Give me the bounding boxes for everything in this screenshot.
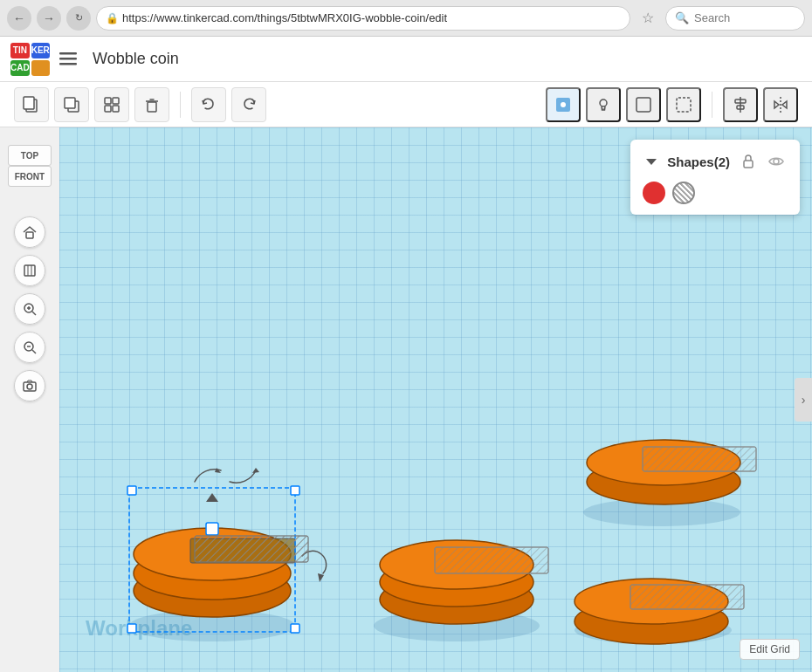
svg-rect-9 [105, 106, 111, 112]
svg-rect-8 [113, 98, 119, 104]
svg-rect-35 [127, 486, 136, 495]
url-text: https://www.tinkercad.com/things/5tbtwMR… [122, 11, 447, 24]
note-button[interactable] [546, 87, 581, 122]
back-button[interactable]: ← [7, 6, 31, 31]
view-cube[interactable]: TOP FRONT [0, 141, 60, 202]
app-title: Wobble coin [93, 50, 802, 68]
shapes-header: Shapes(2) [643, 150, 788, 173]
align-button[interactable] [723, 87, 758, 122]
main-area: Workplane Edit Grid [0, 127, 812, 672]
svg-rect-37 [127, 624, 136, 633]
svg-rect-55 [630, 585, 744, 609]
svg-rect-11 [148, 102, 156, 112]
color-red-button[interactable] [643, 182, 665, 204]
svg-marker-24 [774, 101, 779, 108]
view-cube-front[interactable]: FRONT [8, 166, 52, 187]
lock-icon: 🔒 [106, 12, 119, 24]
shapes-title: Shapes(2) [667, 154, 730, 169]
chevron-right-icon: › [802, 393, 806, 407]
search-icon: 🔍 [675, 11, 689, 24]
svg-marker-25 [782, 101, 787, 108]
shapes-dropdown-button[interactable] [643, 153, 660, 170]
toolbar-separator-2 [712, 92, 712, 118]
hamburger-button[interactable] [52, 44, 84, 75]
svg-rect-60 [26, 232, 33, 238]
svg-rect-36 [291, 486, 299, 495]
delete-button[interactable] [134, 87, 169, 122]
svg-rect-58 [744, 161, 753, 168]
left-panel: TOP FRONT [0, 127, 59, 672]
redo-button[interactable] [231, 87, 266, 122]
lock-icon-btn[interactable] [737, 150, 760, 173]
svg-rect-61 [24, 265, 35, 276]
logo-cell-tin: TIN [10, 43, 30, 58]
svg-point-72 [27, 384, 32, 389]
svg-point-59 [774, 159, 779, 164]
app-header: TIN KER CAD Wobble coin [0, 37, 812, 82]
svg-rect-19 [677, 98, 691, 112]
search-bar[interactable]: 🔍 Search [665, 6, 805, 31]
svg-rect-43 [195, 536, 308, 562]
home-button[interactable] [14, 216, 45, 248]
group-button[interactable] [94, 87, 129, 122]
svg-marker-57 [646, 159, 657, 165]
copy-button[interactable] [14, 87, 49, 122]
toolbar [0, 82, 812, 127]
logo-cell-ker: KER [31, 43, 50, 58]
search-label: Search [694, 11, 730, 24]
forward-button[interactable]: → [37, 6, 61, 31]
svg-line-70 [32, 350, 36, 353]
light-button[interactable] [586, 87, 621, 122]
logo-cell-cad: CAD [10, 60, 30, 76]
zoom-out-button[interactable] [14, 332, 45, 363]
hole-button[interactable] [666, 87, 701, 122]
right-sidebar-toggle[interactable]: › [795, 378, 812, 422]
svg-rect-38 [291, 624, 299, 633]
svg-line-67 [32, 312, 36, 315]
svg-rect-39 [206, 523, 218, 535]
canvas-area[interactable]: Workplane Edit Grid [59, 127, 812, 672]
svg-marker-40 [206, 493, 218, 502]
svg-rect-47 [435, 547, 548, 573]
mirror-button[interactable] [763, 87, 798, 122]
fit-view-button[interactable] [14, 255, 45, 286]
browser-bar: ← → ↻ 🔒 https://www.tinkercad.com/things… [0, 0, 812, 37]
refresh-button[interactable]: ↻ [66, 6, 91, 31]
logo-cell-4 [31, 60, 50, 76]
svg-rect-10 [113, 106, 119, 112]
duplicate-button[interactable] [54, 87, 89, 122]
bookmark-button[interactable]: ☆ [636, 6, 660, 31]
shape-button[interactable] [626, 87, 661, 122]
svg-rect-7 [105, 98, 111, 104]
camera-button[interactable] [14, 370, 45, 401]
svg-point-15 [561, 102, 566, 107]
address-bar[interactable]: 🔒 https://www.tinkercad.com/things/5tbtw… [96, 6, 630, 31]
svg-rect-6 [65, 98, 75, 108]
view-cube-top[interactable]: TOP [8, 145, 52, 166]
svg-point-16 [600, 99, 607, 106]
tinkercad-logo: TIN KER CAD [10, 43, 44, 76]
color-hole-button[interactable] [672, 182, 695, 204]
svg-rect-51 [643, 447, 756, 471]
shapes-panel: Shapes(2) [630, 140, 800, 215]
zoom-in-button[interactable] [14, 293, 45, 325]
undo-button[interactable] [191, 87, 226, 122]
svg-rect-18 [637, 98, 650, 112]
svg-rect-2 [59, 63, 77, 65]
svg-rect-0 [59, 52, 77, 55]
visibility-icon-btn[interactable] [765, 150, 788, 173]
toolbar-separator-1 [180, 92, 181, 118]
svg-rect-4 [24, 97, 34, 109]
svg-rect-1 [59, 58, 77, 60]
shapes-colors [643, 182, 788, 204]
